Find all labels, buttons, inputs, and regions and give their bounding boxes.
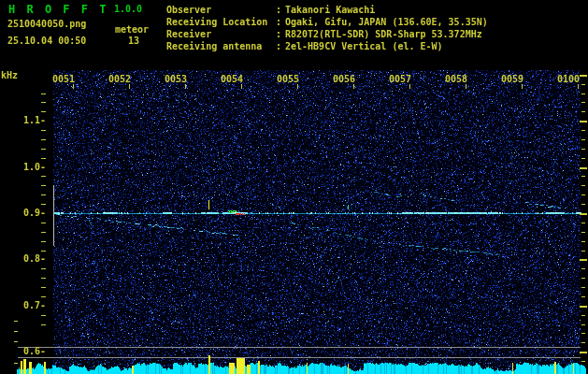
- spectrogram-canvas: [0, 0, 588, 374]
- info-row-colon: :: [276, 40, 285, 52]
- time-tick-label: 0052: [98, 74, 141, 84]
- freq-tick-label: 0.7-: [0, 300, 46, 310]
- info-row-value: Ogaki, Gifu, JAPAN (136.60E, 35.35N): [285, 16, 488, 28]
- hrofft-window: H R O F F T 1.0.0 2510040050.png meteor …: [0, 0, 588, 374]
- info-row-label: Receiver: [166, 28, 276, 40]
- time-tick-label: 0051: [42, 74, 85, 84]
- freq-tick-label: 0.8-: [0, 253, 46, 264]
- info-row: Receiving Location:Ogaki, Gifu, JAPAN (1…: [166, 16, 488, 28]
- info-row-value: 2el-HB9CV Vertical (el. E-W): [285, 40, 443, 52]
- info-row-value: R820T2(RTL-SDR) SDR-Sharp 53.372MHz: [285, 28, 482, 40]
- output-filename: 2510040050.png: [7, 19, 86, 29]
- time-tick-label: 0059: [491, 74, 534, 84]
- time-tick-label: 0054: [210, 74, 253, 84]
- app-title: H R O F F T: [8, 3, 108, 16]
- info-row-label: Receiving antenna: [166, 40, 276, 52]
- time-tick-label: 0100: [547, 74, 588, 84]
- info-row: Observer:Takanori Kawachi: [166, 4, 488, 16]
- freq-tick-label: 1.0-: [0, 162, 46, 172]
- info-row: Receiving antenna:2el-HB9CV Vertical (el…: [166, 40, 488, 52]
- app-version: 1.0.0: [114, 4, 142, 14]
- freq-tick-label: 1.1-: [0, 115, 46, 125]
- info-row-colon: :: [276, 28, 285, 40]
- observation-mode: meteor: [115, 24, 149, 35]
- time-tick-label: 0053: [154, 74, 197, 84]
- info-row-colon: :: [276, 4, 285, 16]
- freq-axis-unit: kHz: [1, 70, 18, 80]
- freq-tick-label: 0.6-: [0, 346, 46, 356]
- observation-datetime: 25.10.04 00:50: [7, 36, 86, 46]
- info-row: Receiver:R820T2(RTL-SDR) SDR-Sharp 53.37…: [166, 28, 488, 40]
- time-tick-label: 0055: [266, 74, 309, 84]
- observer-info-block: Observer:Takanori KawachiReceiving Locat…: [166, 4, 488, 52]
- time-tick-label: 0057: [379, 74, 422, 84]
- info-row-label: Receiving Location: [166, 16, 276, 28]
- time-tick-label: 0058: [435, 74, 478, 84]
- info-row-colon: :: [276, 16, 285, 28]
- time-tick-label: 0056: [323, 74, 366, 84]
- info-row-label: Observer: [166, 4, 276, 16]
- echo-count: 13: [128, 36, 139, 46]
- info-row-value: Takanori Kawachi: [285, 4, 375, 16]
- freq-tick-label: 0.9-: [0, 208, 46, 218]
